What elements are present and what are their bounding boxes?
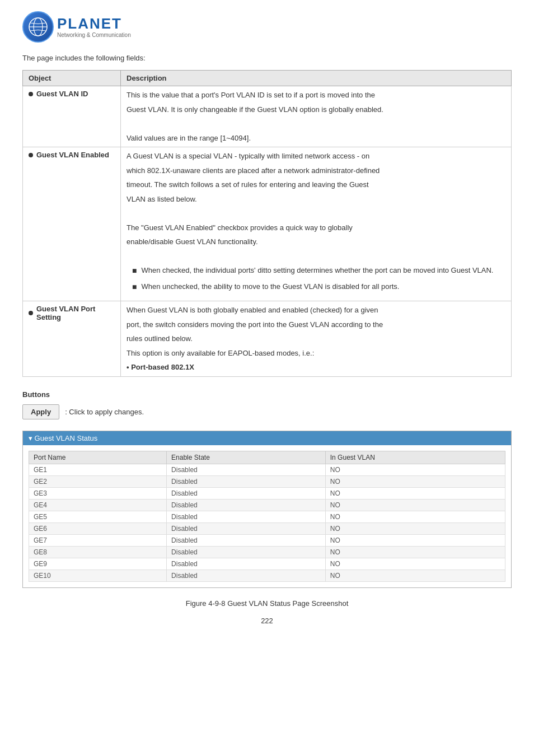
cell-port-1: GE2 xyxy=(29,475,167,487)
object-cell-2: Guest VLAN Enabled xyxy=(23,147,121,301)
desc-text-1a: This is the value that a port's Port VLA… xyxy=(127,90,505,101)
desc-spacer-2 xyxy=(127,208,505,219)
table-row: GE5DisabledNO xyxy=(29,511,505,522)
brand-name: PLANET xyxy=(57,16,131,32)
cell-guest-7: NO xyxy=(325,546,505,558)
desc-text-3a: When Guest VLAN is both globally enabled… xyxy=(127,305,505,316)
cell-port-5: GE6 xyxy=(29,522,167,534)
brand-tagline: Networking & Communication xyxy=(57,32,131,38)
desc-cell-3: When Guest VLAN is both globally enabled… xyxy=(121,301,512,377)
table-row: GE4DisabledNO xyxy=(29,499,505,511)
cell-port-4: GE5 xyxy=(29,511,167,522)
cell-guest-2: NO xyxy=(325,487,505,499)
cell-enable-1: Disabled xyxy=(167,475,326,487)
desc-cell-1: This is the value that a port's Port VLA… xyxy=(121,86,512,147)
cell-enable-5: Disabled xyxy=(167,522,326,534)
desc-text-2b: which 802.1X-unaware clients are placed … xyxy=(127,165,505,176)
table-row: GE9DisabledNO xyxy=(29,558,505,570)
desc-cell-2: A Guest VLAN is a special VLAN - typical… xyxy=(121,147,512,301)
guest-vlan-panel: ▾ Guest VLAN Status Port Name Enable Sta… xyxy=(22,431,512,588)
cell-guest-3: NO xyxy=(325,499,505,511)
desc-text-2f: enable/disable Guest VLAN functionality. xyxy=(127,236,505,248)
apply-button[interactable]: Apply xyxy=(22,404,59,419)
table-row: Guest VLAN Port Setting When Guest VLAN … xyxy=(23,301,512,377)
list-item-2a: When checked, the individual ports' ditt… xyxy=(132,265,505,277)
cell-enable-9: Disabled xyxy=(167,570,326,581)
cell-guest-6: NO xyxy=(325,534,505,546)
intro-text: The page includes the following fields: xyxy=(22,54,512,62)
object-cell-3: Guest VLAN Port Setting xyxy=(23,301,121,377)
col-port-name: Port Name xyxy=(29,451,167,464)
bullet-icon-1 xyxy=(29,92,33,96)
desc-text-2a: A Guest VLAN is a special VLAN - typical… xyxy=(127,151,505,162)
cell-enable-2: Disabled xyxy=(167,487,326,499)
desc-text-2c: timeout. The switch follows a set of rul… xyxy=(127,179,505,190)
cell-port-6: GE7 xyxy=(29,534,167,546)
col-in-guest-vlan: In Guest VLAN xyxy=(325,451,505,464)
desc-text-3e: • Port-based 802.1X xyxy=(127,362,505,373)
cell-enable-8: Disabled xyxy=(167,558,326,570)
object-label-3: Guest VLAN Port Setting xyxy=(36,305,115,321)
cell-guest-4: NO xyxy=(325,511,505,522)
desc-text-3d: This option is only available for EAPOL-… xyxy=(127,348,505,359)
desc-text-1b: Guest VLAN. It is only changeable if the… xyxy=(127,104,505,115)
cell-guest-0: NO xyxy=(325,464,505,475)
table-row: GE6DisabledNO xyxy=(29,522,505,534)
cell-enable-6: Disabled xyxy=(167,534,326,546)
cell-enable-3: Disabled xyxy=(167,499,326,511)
table-row: GE3DisabledNO xyxy=(29,487,505,499)
table-row: Guest VLAN ID This is the value that a p… xyxy=(23,86,512,147)
logo-area: PLANET Networking & Communication xyxy=(22,11,512,43)
buttons-row: Apply : Click to apply changes. xyxy=(22,404,512,419)
table-row: Guest VLAN Enabled A Guest VLAN is a spe… xyxy=(23,147,512,301)
cell-enable-4: Disabled xyxy=(167,511,326,522)
object-label-1: Guest VLAN ID xyxy=(36,90,88,98)
cell-enable-7: Disabled xyxy=(167,546,326,558)
figure-caption: Figure 4-9-8 Guest VLAN Status Page Scre… xyxy=(22,599,512,608)
table-row: GE8DisabledNO xyxy=(29,546,505,558)
cell-port-2: GE3 xyxy=(29,487,167,499)
desc-text-2d: VLAN as listed below. xyxy=(127,194,505,205)
table-row: GE1DisabledNO xyxy=(29,464,505,475)
desc-text-3c: rules outlined below. xyxy=(127,333,505,344)
apply-description: : Click to apply changes. xyxy=(65,408,144,416)
page-number: 222 xyxy=(22,617,512,625)
cell-guest-5: NO xyxy=(325,522,505,534)
table-row: GE2DisabledNO xyxy=(29,475,505,487)
cell-guest-8: NO xyxy=(325,558,505,570)
col-header-object: Object xyxy=(23,71,121,86)
table-row: GE10DisabledNO xyxy=(29,570,505,581)
description-table: Object Description Guest VLAN ID This is… xyxy=(22,70,512,377)
list-item-2b: When unchecked, the ability to move to t… xyxy=(132,281,505,293)
col-header-description: Description xyxy=(121,71,512,86)
col-enable-state: Enable State xyxy=(167,451,326,464)
cell-guest-9: NO xyxy=(325,570,505,581)
desc-spacer-2b xyxy=(127,251,505,262)
desc-text-1c xyxy=(127,118,505,129)
cell-port-9: GE10 xyxy=(29,570,167,581)
logo-globe xyxy=(22,11,54,43)
cell-enable-0: Disabled xyxy=(167,464,326,475)
object-label-2: Guest VLAN Enabled xyxy=(36,151,109,159)
panel-body: Port Name Enable State In Guest VLAN GE1… xyxy=(23,445,511,587)
object-cell-1: Guest VLAN ID xyxy=(23,86,121,147)
table-row: GE7DisabledNO xyxy=(29,534,505,546)
cell-port-8: GE9 xyxy=(29,558,167,570)
buttons-heading: Buttons xyxy=(22,390,512,399)
cell-port-0: GE1 xyxy=(29,464,167,475)
logo-name-block: PLANET Networking & Communication xyxy=(57,16,131,38)
cell-port-7: GE8 xyxy=(29,546,167,558)
desc-text-1d: Valid values are in the range [1~4094]. xyxy=(127,133,505,144)
buttons-section: Buttons Apply : Click to apply changes. xyxy=(22,390,512,419)
bullet-list-2: When checked, the individual ports' ditt… xyxy=(132,265,505,293)
cell-port-3: GE4 xyxy=(29,499,167,511)
status-table: Port Name Enable State In Guest VLAN GE1… xyxy=(29,451,505,582)
cell-guest-1: NO xyxy=(325,475,505,487)
desc-text-3b: port, the switch considers moving the po… xyxy=(127,319,505,330)
panel-header: ▾ Guest VLAN Status xyxy=(23,431,511,445)
bullet-icon-2 xyxy=(29,153,33,157)
bullet-icon-3 xyxy=(29,311,33,315)
desc-text-2e: The "Guest VLAN Enabled" checkbox provid… xyxy=(127,222,505,234)
